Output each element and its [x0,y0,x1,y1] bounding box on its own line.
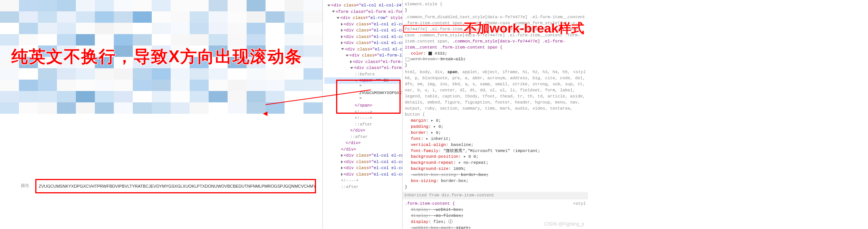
style-rule-reset[interactable]: <styl html, body, div, span, applet, obj… [405,69,586,190]
css-property[interactable]: font-family: "微软雅黑","Microsoft YaHei" !i… [405,148,586,154]
expand-collapse-icon[interactable] [341,48,344,50]
expand-collapse-icon[interactable] [350,67,353,69]
expand-expand-icon[interactable] [341,173,343,176]
annotation-right: 不加work-break样式 [464,19,584,38]
dom-node[interactable]: <div class="el-form-item__content [324,65,401,71]
watermark: CSDN @Fighting_p [544,221,584,227]
css-property[interactable]: display: -webkit-box; [405,207,586,213]
dom-node[interactable]: <!----> [324,115,401,121]
inherited-from-bar: Inherited from div.form-item-content [403,192,588,199]
dom-node[interactable]: " [324,96,401,103]
css-property[interactable]: -webkit-box-sizing: border-box; [405,172,586,178]
expand-expand-icon[interactable] [341,160,343,163]
expand-expand-icon[interactable] [341,166,343,169]
style-rule-element[interactable]: element.style { } [405,2,586,14]
css-property[interactable]: font: ▸ inherit; [405,136,586,142]
dom-node[interactable]: <!----> [324,177,401,184]
css-property[interactable]: box-sizing: border-box; [405,178,586,184]
css-property[interactable]: background-position: ▸ 0 0; [405,154,586,160]
css-property[interactable]: margin: ▸ 0; [405,118,586,124]
dom-node[interactable]: <form class="el-form el-form--label-rig [324,9,401,15]
dom-node[interactable]: <div class="el-col el-col-24" style= [324,152,401,159]
css-property[interactable]: background-repeat: ▸ no-repeat; [405,160,586,166]
dom-node[interactable]: " [324,84,401,90]
annotation-main: 纯英文不换行，导致X方向出现滚动条 [11,45,302,68]
dom-node[interactable]: <div class="el-col el-col-24" style= [324,159,401,165]
expand-expand-icon[interactable] [341,29,343,32]
expand-expand-icon[interactable] [341,154,343,157]
dom-tree[interactable]: <div class="el-col el-col-24"><form clas… [324,2,401,190]
expand-expand-icon[interactable] [341,41,343,44]
css-property[interactable]: padding: ▸ 0; [405,124,586,130]
dom-node[interactable]: </div> [324,146,401,153]
dom-node[interactable]: <div class="el-row" style="margin-lef [324,15,401,21]
form-label: 颜色 [21,183,29,188]
expand-expand-icon[interactable] [350,60,352,63]
overflow-text-highlight: ZVUGCUMSNKYXDPGXCVHTPRWFBDVIPBVLTYRATBCJ… [35,179,316,193]
dom-node[interactable]: <!----> [324,109,401,115]
dom-node[interactable]: </div> [324,127,401,134]
dom-node[interactable]: <div class="el-form-item__label- [324,59,401,65]
dom-node[interactable]: </span> [324,102,401,109]
expand-collapse-icon[interactable] [346,55,349,56]
expand-expand-icon[interactable] [341,35,343,38]
page-preview-panel: 纯英文不换行，导致X方向出现滚动条 颜色 ZVUGCUMSNKYXDPGXCVH… [0,0,322,229]
css-property[interactable]: display: -ms-flexbox; [405,213,586,219]
dom-node[interactable]: <div class="el-col el-col-24" style= [324,40,401,46]
dom-node[interactable]: <div class="el-form-item"> [324,52,401,59]
dom-node[interactable]: <div class="el-col el-col-24" style= [324,34,401,40]
dom-node[interactable]: <div class="el-col el-col-24" style= [324,171,401,178]
dom-node[interactable]: <div class="el-col el-col-24"> [324,2,401,9]
arrow-head-icon [263,111,267,116]
css-property[interactable]: color: #333; [405,51,586,57]
styles-panel[interactable]: 不加work-break样式 element.style { } .common… [402,0,588,229]
dom-node[interactable]: <div class="el-col el-col-24" style= [324,27,401,34]
expand-collapse-icon[interactable] [327,5,330,6]
css-property[interactable]: background-size: 100%; [405,166,586,172]
css-property[interactable]: vertical-align: baseline; [405,142,586,148]
dom-node[interactable]: <div class="el-col el-col-24" style= [324,46,401,53]
dom-node[interactable]: <span> == $0 [324,77,401,84]
dom-node[interactable]: ::after [324,121,401,128]
css-property[interactable]: border: ▸ 0; [405,130,586,136]
expand-collapse-icon[interactable] [332,11,335,13]
elements-panel[interactable]: <div class="el-col el-col-24"><form clas… [322,0,402,229]
devtools-screenshot: 纯英文不换行，导致X方向出现滚动条 颜色 ZVUGCUMSNKYXDPGXCVH… [0,0,868,229]
dom-node[interactable]: ::after [324,184,401,190]
property-toggle-checkbox[interactable] [406,58,409,61]
dom-node[interactable]: </div> [324,140,401,146]
expand-collapse-icon[interactable] [355,80,358,82]
dom-node[interactable]: <div class="el-col el-col-24" style= [324,165,401,171]
dom-node[interactable]: ::after [324,134,401,140]
dom-node[interactable]: <div class="el-col el-col-24" style= [324,21,401,28]
expand-collapse-icon[interactable] [337,17,340,19]
overflow-text-value: ZVUGCUMSNKYXDPGXCVHTPRWFBDVIPBVLTYRATBCJ… [39,184,316,188]
expand-expand-icon[interactable] [341,23,343,26]
css-property[interactable]: word-break: break-all; [405,56,586,63]
dom-node[interactable]: ::before [324,71,401,78]
